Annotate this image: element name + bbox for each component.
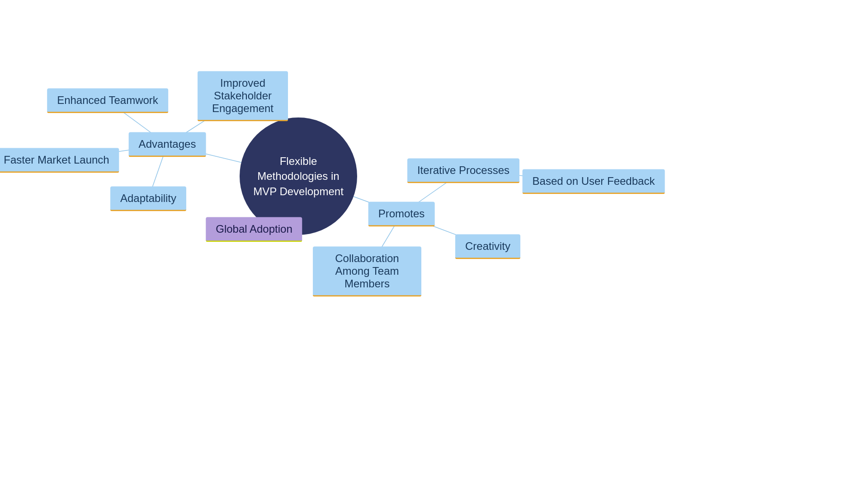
center-label: Flexible Methodologies in MVP Developmen… <box>253 154 344 199</box>
enhanced-teamwork-node[interactable]: Enhanced Teamwork <box>47 89 168 113</box>
based-on-user-feedback-label: Based on User Feedback <box>533 175 655 187</box>
adaptability-label: Adaptability <box>120 192 176 204</box>
improved-stakeholder-label: Improved Stakeholder Engagement <box>212 77 274 114</box>
promotes-label: Promotes <box>378 207 425 220</box>
global-adoption-label: Global Adoption <box>216 223 292 235</box>
collaboration-label: Collaboration Among Team Members <box>335 252 399 290</box>
faster-market-node[interactable]: Faster Market Launch <box>0 148 119 173</box>
improved-stakeholder-node[interactable]: Improved Stakeholder Engagement <box>198 71 288 122</box>
global-adoption-node[interactable]: Global Adoption <box>206 217 302 242</box>
faster-market-label: Faster Market Launch <box>4 154 109 166</box>
adaptability-node[interactable]: Adaptability <box>110 187 186 211</box>
advantages-label: Advantages <box>139 138 196 150</box>
promotes-node[interactable]: Promotes <box>368 202 435 227</box>
based-on-user-feedback-node[interactable]: Based on User Feedback <box>523 169 665 194</box>
enhanced-teamwork-label: Enhanced Teamwork <box>57 94 158 106</box>
creativity-label: Creativity <box>465 240 510 252</box>
advantages-node[interactable]: Advantages <box>129 132 206 157</box>
creativity-node[interactable]: Creativity <box>455 235 520 259</box>
collaboration-node[interactable]: Collaboration Among Team Members <box>313 247 421 297</box>
iterative-processes-label: Iterative Processes <box>417 164 509 176</box>
iterative-processes-node[interactable]: Iterative Processes <box>407 159 519 183</box>
